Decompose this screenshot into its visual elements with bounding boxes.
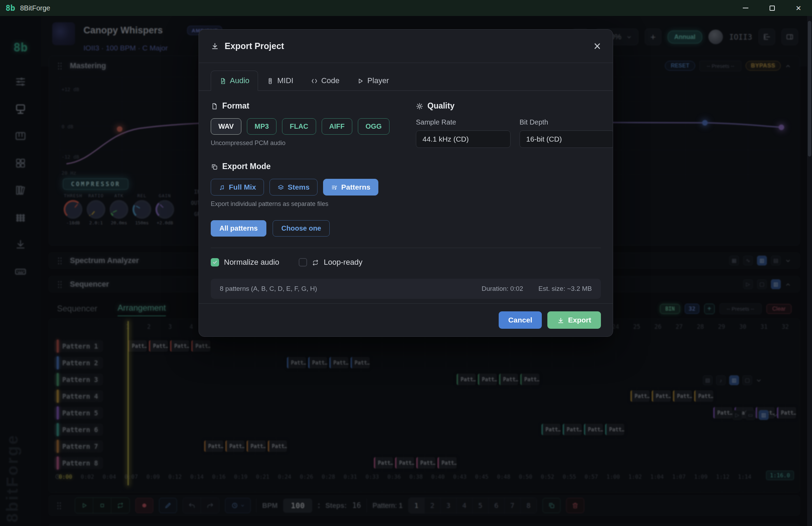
pattern-scope-options: All patterns Choose one [211, 220, 601, 237]
code-icon [311, 76, 318, 85]
tab-label: Audio [230, 76, 249, 85]
audio-file-icon [219, 76, 226, 85]
export-mode-options: Full Mix Stems Patterns [211, 179, 601, 196]
checkbox-checked-icon[interactable] [211, 258, 219, 266]
cancel-button[interactable]: Cancel [499, 311, 542, 329]
mode-stems-button[interactable]: Stems [270, 179, 317, 196]
midi-icon [267, 76, 274, 85]
format-options: WAV MP3 FLAC AIFF OGG [211, 118, 416, 135]
format-option-mp3[interactable]: MP3 [247, 118, 276, 135]
loop-icon [312, 258, 319, 267]
gear-icon [416, 101, 423, 111]
app-logo: 8b [6, 3, 15, 13]
format-option-aiff[interactable]: AIFF [322, 118, 352, 135]
tab-code[interactable]: Code [302, 71, 348, 91]
mode-label: Full Mix [229, 183, 256, 191]
modal-tabs: Audio MIDI Code Player [199, 71, 613, 91]
all-patterns-button[interactable]: All patterns [211, 220, 266, 237]
loop-ready-option[interactable]: Loop-ready [299, 258, 362, 267]
download-icon [211, 42, 219, 50]
quality-heading: Quality [427, 101, 455, 111]
normalize-label: Normalize audio [224, 258, 279, 267]
window-close-button[interactable]: × [790, 2, 806, 14]
choose-one-button[interactable]: Choose one [273, 220, 330, 237]
summary-duration: Duration: 0:02 [482, 285, 523, 293]
tab-label: MIDI [277, 76, 293, 85]
tab-midi[interactable]: MIDI [258, 71, 302, 91]
modal-footer: Cancel Export [199, 303, 613, 336]
export-mode-heading: Export Mode [222, 162, 271, 171]
layers-icon [278, 183, 284, 191]
download-icon [557, 316, 564, 324]
loop-ready-label: Loop-ready [324, 258, 362, 267]
sample-rate-label: Sample Rate [416, 118, 510, 126]
mode-full-mix-button[interactable]: Full Mix [211, 179, 264, 196]
minimize-button[interactable] [738, 2, 754, 14]
vertical-scrollbar[interactable] [807, 16, 812, 526]
export-button-label: Export [568, 316, 591, 324]
normalize-audio-option[interactable]: Normalize audio [211, 258, 279, 267]
app-window: 8b 8BitForge × 8b [0, 0, 812, 526]
format-option-ogg[interactable]: OGG [358, 118, 389, 135]
tab-player[interactable]: Player [348, 71, 397, 91]
format-heading: Format [222, 101, 249, 111]
export-mode-caption: Export individual patterns as separate f… [211, 200, 601, 208]
checkbox-unchecked-icon[interactable] [299, 258, 307, 266]
play-icon [357, 76, 364, 85]
titlebar: 8b 8BitForge × [0, 0, 812, 16]
format-option-wav[interactable]: WAV [211, 118, 241, 135]
modal-title: Export Project [225, 41, 284, 51]
summary-patterns: 8 patterns (A, B, C, D, E, F, G, H) [220, 285, 317, 293]
maximize-button[interactable] [764, 2, 780, 14]
scrollbar-thumb[interactable] [808, 21, 811, 157]
export-button[interactable]: Export [547, 311, 601, 329]
app-title: 8BitForge [20, 4, 50, 12]
modal-body: Format WAV MP3 FLAC AIFF OGG Uncompresse… [199, 91, 613, 303]
mode-label: Stems [288, 183, 309, 191]
copy-icon [211, 162, 218, 171]
sample-rate-select[interactable]: 44.1 kHz (CD) [416, 130, 510, 148]
tab-label: Code [321, 76, 340, 85]
mode-label: Patterns [341, 183, 370, 191]
bit-depth-label: Bit Depth [520, 118, 613, 126]
format-option-flac[interactable]: FLAC [282, 118, 316, 135]
modal-header: Export Project × [199, 30, 613, 63]
tab-label: Player [367, 76, 389, 85]
bit-depth-select[interactable]: 16-bit (CD) [520, 130, 613, 148]
close-icon[interactable]: × [594, 40, 601, 53]
music-note-icon [219, 183, 225, 191]
export-project-modal: Export Project × Audio MIDI Code Player [199, 29, 613, 337]
summary-size: Est. size: ~3.2 MB [538, 285, 592, 293]
pattern-list-icon [331, 183, 338, 191]
format-caption: Uncompressed PCM audio [211, 140, 416, 147]
tab-audio[interactable]: Audio [211, 71, 258, 91]
mode-patterns-button[interactable]: Patterns [323, 179, 378, 196]
export-summary-bar: 8 patterns (A, B, C, D, E, F, G, H) Dura… [211, 279, 601, 299]
document-icon [211, 101, 218, 111]
